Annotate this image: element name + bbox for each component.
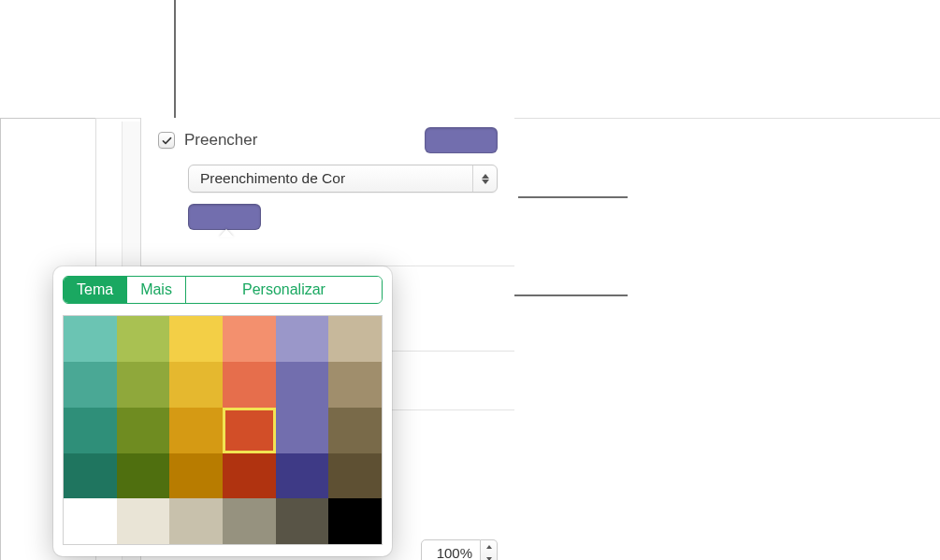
opacity-input[interactable] [421, 539, 481, 560]
tab-mais[interactable]: Mais [127, 277, 186, 303]
dropdown-arrows-icon [472, 165, 497, 192]
color-swatch[interactable] [328, 362, 382, 408]
color-swatch[interactable] [276, 453, 329, 499]
color-swatch[interactable] [223, 362, 276, 408]
opacity-control [421, 539, 498, 560]
color-swatch[interactable] [223, 316, 276, 362]
color-swatch[interactable] [328, 316, 382, 362]
color-swatch[interactable] [117, 316, 170, 362]
fill-type-value: Preenchimento de Cor [200, 170, 345, 187]
color-swatch[interactable] [117, 453, 170, 499]
stepper-down-icon[interactable] [481, 553, 497, 560]
color-popover: Tema Mais Personalizar [53, 266, 392, 556]
color-swatch[interactable] [276, 408, 329, 453]
color-swatch[interactable] [64, 316, 117, 362]
opacity-stepper[interactable] [481, 539, 498, 560]
color-swatch[interactable] [169, 362, 223, 408]
color-swatch[interactable] [64, 362, 117, 408]
color-swatch[interactable] [64, 498, 117, 544]
color-swatch[interactable] [328, 453, 382, 499]
stepper-up-icon[interactable] [481, 540, 497, 553]
color-swatch[interactable] [276, 498, 329, 544]
tab-label: Mais [140, 281, 172, 298]
color-swatch[interactable] [276, 362, 329, 408]
color-swatch[interactable] [223, 453, 276, 499]
color-swatch[interactable] [117, 408, 170, 453]
fill-checkbox[interactable] [158, 132, 175, 149]
color-swatch[interactable] [276, 316, 329, 362]
color-swatch[interactable] [64, 453, 117, 499]
tab-personalizar[interactable]: Personalizar [186, 277, 382, 303]
color-swatch[interactable] [169, 453, 223, 499]
fill-sample-swatch[interactable] [425, 127, 498, 153]
color-swatch[interactable] [328, 408, 382, 453]
color-swatch[interactable] [64, 408, 117, 453]
fill-color-well[interactable] [188, 204, 261, 230]
color-swatch[interactable] [223, 498, 276, 544]
fill-row: Preencher [141, 118, 514, 161]
theme-swatch-grid [63, 315, 383, 545]
tab-label: Personalizar [242, 281, 325, 298]
color-swatch[interactable] [328, 498, 382, 544]
color-swatch[interactable] [169, 408, 223, 453]
tab-tema[interactable]: Tema [64, 277, 127, 303]
color-swatch[interactable] [169, 498, 223, 544]
color-swatch[interactable] [223, 408, 276, 453]
fill-type-dropdown[interactable]: Preenchimento de Cor [188, 165, 498, 193]
color-swatch[interactable] [117, 498, 170, 544]
popover-tabs: Tema Mais Personalizar [63, 276, 383, 304]
color-swatch[interactable] [117, 362, 170, 408]
callout-line [174, 0, 176, 131]
checkmark-icon [161, 135, 173, 147]
tab-label: Tema [77, 281, 113, 298]
fill-label: Preencher [184, 131, 257, 150]
color-swatch[interactable] [169, 316, 223, 362]
callout-line [518, 196, 628, 198]
